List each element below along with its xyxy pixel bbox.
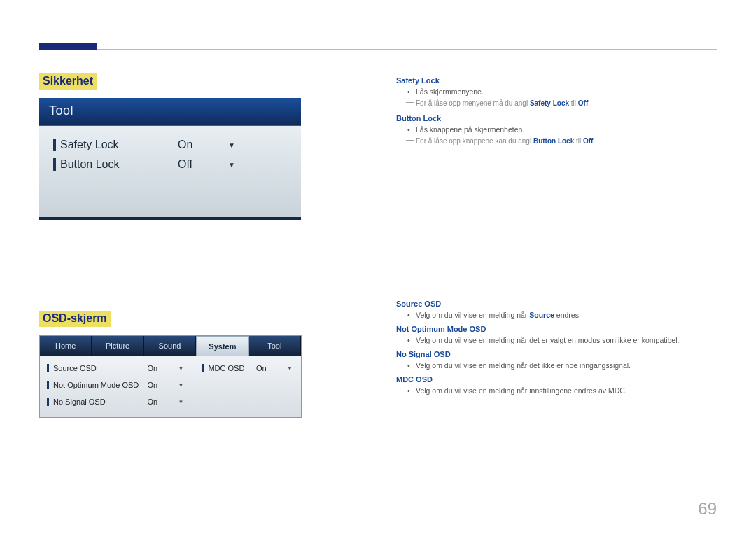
- row-marker-icon: [202, 364, 204, 372]
- note-mid: til: [574, 137, 583, 145]
- bullet-bold: Source: [529, 311, 554, 319]
- tab-tool[interactable]: Tool: [249, 336, 301, 356]
- row-marker-icon: [47, 381, 49, 389]
- header-accent-bar: [39, 43, 97, 50]
- osd-left-col: Source OSD On ▼ Not Optimum Mode OSD On …: [47, 360, 185, 410]
- note-suffix: .: [588, 99, 590, 107]
- bullet-text: Lås knappene på skjermenheten.: [396, 125, 717, 134]
- note-prefix: For å låse opp menyene må du angi: [416, 99, 530, 107]
- bullet-prefix: Velg om du vil vise en melding når: [416, 311, 529, 319]
- note-mid: til: [569, 99, 578, 107]
- osd-right-col: MDC OSD On ▼: [202, 360, 294, 410]
- section-osd-skjerm: OSD-skjerm Home Picture Sound System Too…: [39, 311, 360, 418]
- tool-value: Off: [172, 158, 214, 171]
- tool-panel-title: Tool: [39, 98, 301, 126]
- section-sikkerhet: Sikkerhet Tool Safety Lock On ▼ Button L…: [39, 73, 360, 220]
- dropdown-icon[interactable]: ▼: [227, 140, 237, 150]
- row-marker-icon: [53, 158, 56, 171]
- osd-skjerm-description: Source OSD Velg om du vil vise en meldin…: [396, 297, 717, 395]
- note-bold: Safety Lock: [530, 99, 569, 107]
- note-text: For å låse opp knappene kan du angi Butt…: [396, 136, 717, 146]
- osd-row-mdc: MDC OSD On ▼: [202, 360, 294, 377]
- note-bold: Button Lock: [533, 137, 574, 145]
- tool-label: Button Lock: [60, 158, 172, 171]
- tab-picture[interactable]: Picture: [92, 336, 144, 356]
- osd-value: On: [147, 398, 176, 406]
- tool-value: On: [172, 139, 214, 151]
- subheading-source-osd: Source OSD: [396, 300, 717, 308]
- osd-row-source: Source OSD On ▼: [47, 360, 185, 377]
- dropdown-icon[interactable]: ▼: [176, 365, 185, 372]
- osd-label: Not Optimum Mode OSD: [53, 381, 147, 389]
- note-bold: Off: [583, 137, 593, 145]
- row-marker-icon: [47, 364, 49, 372]
- row-marker-icon: [53, 139, 56, 151]
- tool-row-button-lock: Button Lock Off ▼: [53, 158, 287, 171]
- header-rule: [97, 49, 717, 50]
- subheading-not-optimum: Not Optimum Mode OSD: [396, 325, 717, 333]
- bullet-suffix: endres.: [554, 311, 581, 319]
- subheading-mdc-osd: MDC OSD: [396, 375, 717, 384]
- dropdown-icon[interactable]: ▼: [227, 160, 237, 169]
- subheading-safety-lock: Safety Lock: [396, 76, 717, 85]
- bullet-text: Velg om du vil vise en melding når Sourc…: [396, 311, 717, 319]
- note-suffix: .: [593, 137, 595, 145]
- osd-tab-bar: Home Picture Sound System Tool: [40, 336, 301, 356]
- bullet-text: Velg om du vil vise en melding når det i…: [396, 361, 717, 370]
- osd-body: Source OSD On ▼ Not Optimum Mode OSD On …: [40, 356, 301, 417]
- osd-value: On: [256, 364, 286, 372]
- tab-system[interactable]: System: [196, 336, 248, 356]
- bullet-text: Velg om du vil vise en melding når innst…: [396, 386, 717, 395]
- osd-label: MDC OSD: [208, 364, 256, 372]
- row-marker-icon: [47, 398, 49, 406]
- osd-value: On: [147, 381, 176, 389]
- bullet-text: Lås skjermmenyene.: [396, 87, 717, 96]
- note-text: For å låse opp menyene må du angi Safety…: [396, 98, 717, 108]
- tool-row-safety-lock: Safety Lock On ▼: [53, 139, 287, 151]
- subheading-no-signal: No Signal OSD: [396, 350, 717, 358]
- note-bold: Off: [578, 99, 588, 107]
- page-number: 69: [698, 499, 717, 519]
- dropdown-icon[interactable]: ▼: [176, 399, 185, 405]
- heading-osd-skjerm: OSD-skjerm: [39, 311, 111, 327]
- osd-row-not-optimum: Not Optimum Mode OSD On ▼: [47, 377, 185, 393]
- subheading-button-lock: Button Lock: [396, 114, 717, 122]
- tab-home[interactable]: Home: [40, 336, 92, 356]
- tab-sound[interactable]: Sound: [144, 336, 196, 356]
- osd-value: On: [147, 364, 176, 372]
- tool-panel-body: Safety Lock On ▼ Button Lock Off ▼: [39, 126, 301, 217]
- osd-label: Source OSD: [53, 364, 147, 372]
- osd-label: No Signal OSD: [53, 398, 147, 406]
- osd-settings-panel: Home Picture Sound System Tool Source OS…: [39, 335, 302, 418]
- tool-label: Safety Lock: [60, 139, 172, 151]
- heading-sikkerhet: Sikkerhet: [39, 73, 97, 90]
- dropdown-icon[interactable]: ▼: [176, 382, 185, 388]
- sikkerhet-description: Safety Lock Lås skjermmenyene. For å lås…: [396, 73, 717, 146]
- tool-osd-panel: Tool Safety Lock On ▼ Button Lock Off ▼: [39, 98, 301, 220]
- note-prefix: For å låse opp knappene kan du angi: [416, 137, 533, 145]
- dropdown-icon[interactable]: ▼: [286, 365, 294, 372]
- bullet-text: Velg om du vil vise en melding når det e…: [396, 336, 717, 344]
- osd-row-no-signal: No Signal OSD On ▼: [47, 393, 185, 410]
